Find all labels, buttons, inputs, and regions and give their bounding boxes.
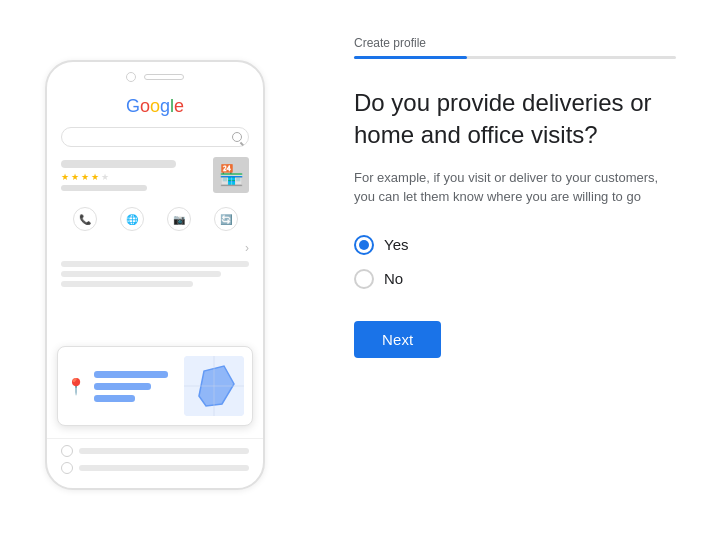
star-3: ★ [81, 172, 89, 182]
gray-line-3 [61, 281, 193, 287]
phone-speaker [144, 74, 184, 80]
radio-label-no: No [384, 270, 403, 287]
radio-button-no[interactable] [354, 269, 374, 289]
question-description: For example, if you visit or deliver to … [354, 168, 676, 207]
action-call-icon: 📞 [73, 207, 97, 231]
gray-lines [61, 261, 249, 287]
action-icons-row: 📞 🌐 📷 🔄 [61, 207, 249, 231]
bottom-icon-1 [61, 445, 73, 457]
listing-info: ★ ★ ★ ★ ★ [61, 160, 205, 191]
map-pin-icon: 📍 [66, 377, 86, 396]
action-share-icon: 🔄 [214, 207, 238, 231]
star-2: ★ [71, 172, 79, 182]
google-logo: Google [61, 96, 249, 117]
action-web-icon: 🌐 [120, 207, 144, 231]
map-thumbnail [184, 356, 244, 416]
phone-top-bar [47, 62, 263, 88]
radio-option-yes[interactable]: Yes [354, 235, 676, 255]
listing-sub [61, 185, 147, 191]
card-line-1 [94, 371, 168, 378]
chevron-row: › [61, 241, 249, 255]
gray-line-2 [61, 271, 221, 277]
stars-row: ★ ★ ★ ★ ★ [61, 172, 205, 182]
star-5: ★ [101, 172, 109, 182]
listing-card: ★ ★ ★ ★ ★ 🏪 [61, 157, 249, 193]
right-panel: Create profile Do you provide deliveries… [310, 0, 720, 550]
phone-mockup: Google ★ ★ ★ ★ ★ [45, 60, 265, 490]
radio-label-yes: Yes [384, 236, 408, 253]
gray-line-1 [61, 261, 249, 267]
radio-inner-yes [359, 240, 369, 250]
listing-title-bar [61, 160, 176, 168]
search-icon [232, 132, 242, 142]
search-bar [61, 127, 249, 147]
bottom-line-1 [61, 445, 249, 457]
step-label: Create profile [354, 36, 676, 50]
star-1: ★ [61, 172, 69, 182]
phone-camera [126, 72, 136, 82]
radio-group: Yes No [354, 235, 676, 289]
listing-image: 🏪 [213, 157, 249, 193]
map-polygon-svg [184, 356, 244, 416]
left-panel: Google ★ ★ ★ ★ ★ [0, 0, 310, 550]
building-icon: 🏪 [219, 163, 244, 187]
chevron-icon: › [245, 241, 249, 255]
floating-card: 📍 [57, 346, 253, 426]
radio-option-no[interactable]: No [354, 269, 676, 289]
question-title: Do you provide deliveries or home and of… [354, 87, 676, 152]
bottom-text-1 [79, 448, 249, 454]
card-line-2 [94, 383, 151, 390]
card-line-3 [94, 395, 135, 402]
bottom-line-2 [61, 462, 249, 474]
bottom-text-2 [79, 465, 249, 471]
card-lines [94, 371, 176, 402]
next-button[interactable]: Next [354, 321, 441, 358]
progress-bar-container [354, 56, 676, 59]
star-4: ★ [91, 172, 99, 182]
progress-bar-fill [354, 56, 467, 59]
action-photo-icon: 📷 [167, 207, 191, 231]
radio-button-yes[interactable] [354, 235, 374, 255]
bottom-icon-2 [61, 462, 73, 474]
phone-bottom [47, 438, 263, 488]
